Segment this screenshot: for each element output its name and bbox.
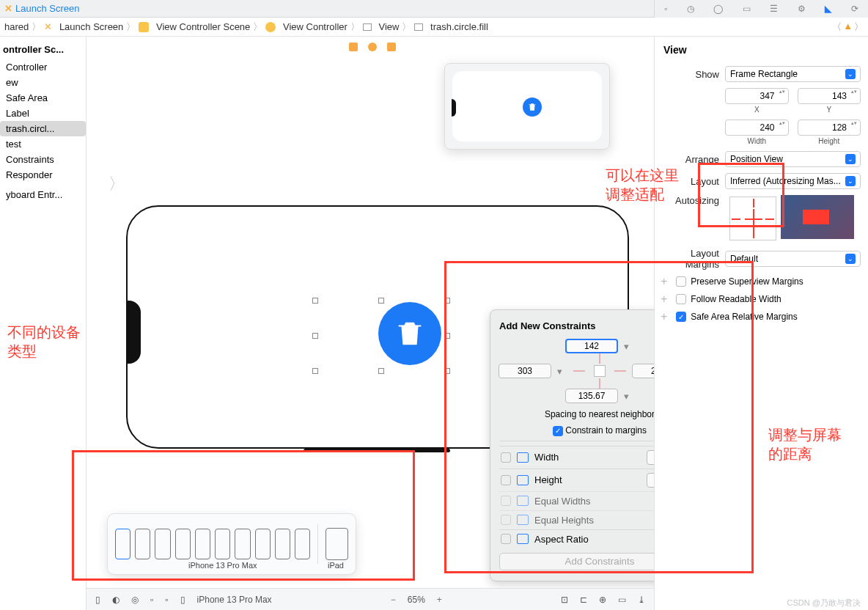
bc-4[interactable]: View [363,21,400,32]
help-icon[interactable]: ◯ [713,4,723,14]
dropdown-icon[interactable]: ▾ [557,366,567,377]
device-option[interactable] [235,529,250,559]
file-tab[interactable]: ✕ Launch Screen [4,3,79,14]
selection-handle[interactable] [378,298,384,304]
minimap-preview[interactable] [444,63,610,150]
checkbox-icon[interactable]: ✓ [553,426,563,436]
selection-handle[interactable] [312,333,318,339]
outline-item[interactable]: test [0,136,86,152]
preserve-margins-check[interactable]: +Preserve Superview Margins [655,273,868,290]
checkbox-icon[interactable] [501,496,511,506]
bc-next[interactable]: 〉 [854,21,864,34]
outline-item-selected[interactable]: trash.circl... [0,121,86,136]
outline-item[interactable]: ew [0,75,86,90]
vc-icon[interactable] [349,43,358,51]
size-icon[interactable]: ◣ [825,4,831,14]
pin-icon[interactable]: ⊏ [580,595,587,605]
outline-item[interactable]: yboard Entr... [0,187,86,202]
top-spacing-input[interactable] [565,339,618,353]
responder-icon[interactable] [368,43,377,51]
safe-area-margins-check[interactable]: +✓Safe Area Relative Margins [655,308,868,326]
device-name-label[interactable]: iPhone 13 Pro Max [197,595,272,605]
layout-select[interactable]: Inferred (Autoresizing Mas...⌄ [725,173,861,189]
device-option[interactable] [255,529,271,559]
bottom-spacing-input[interactable] [565,389,618,403]
variants-icon[interactable]: ◎ [131,595,139,605]
embed-icon[interactable]: ▭ [618,595,626,605]
plus-icon[interactable]: + [661,275,672,288]
exit-icon[interactable] [387,43,396,51]
checkbox-icon[interactable]: ✓ [676,312,686,322]
device-option[interactable] [175,529,191,559]
device-chooser-icon2[interactable]: ▯ [180,595,185,605]
device-option[interactable] [295,529,310,559]
bc-3[interactable]: View Controller [265,21,347,32]
left-spacing-input[interactable] [499,364,551,378]
margins-select[interactable]: Default⌄ [725,251,861,267]
update-frames-icon[interactable]: ⤓ [638,595,645,605]
checkbox-icon[interactable] [501,515,511,525]
selection-handle[interactable] [378,368,384,374]
device-option[interactable] [275,529,290,559]
xcode-icon: ✕ [4,3,12,14]
plus-icon[interactable]: + [661,310,672,323]
selection-handle[interactable] [444,368,450,374]
show-select[interactable]: Frame Rectangle⌄ [725,66,861,82]
history-icon[interactable]: ◷ [687,4,694,14]
selection-handle[interactable] [444,333,450,339]
resolve-icon[interactable]: ⊕ [599,595,606,605]
arrange-select[interactable]: Position View⌄ [725,151,861,167]
bc-5[interactable]: trash.circle.fill [414,21,488,32]
layout-icon[interactable]: ▫ [150,595,153,605]
plus-icon[interactable]: + [661,293,672,306]
zoom-minus-icon[interactable]: − [391,595,396,605]
dropdown-icon[interactable]: ▾ [624,341,634,352]
checkbox-icon[interactable] [501,452,511,463]
zoom-plus-icon[interactable]: + [437,595,442,605]
device-chooser-icon[interactable]: ▫ [165,595,168,605]
zoom-value[interactable]: 65% [408,595,425,605]
align-icon[interactable]: ⊡ [561,595,568,605]
bc-0[interactable]: hared [4,21,29,32]
bc-2[interactable]: View Controller Scene [139,21,250,32]
autosizing-control[interactable] [729,196,776,240]
stepper-icon[interactable]: ▴▾ [777,89,787,103]
attrs-icon[interactable]: ☰ [770,4,778,14]
outline-item[interactable]: Safe Area [0,90,86,106]
settings-icon[interactable]: ⚙ [798,4,806,14]
stepper-icon[interactable]: ▴▾ [777,120,787,135]
stepper-icon[interactable]: ▴▾ [849,89,859,103]
bc-1[interactable]: ✕ Launch Screen [44,21,123,32]
checkbox-icon[interactable] [676,276,686,287]
device-option[interactable] [135,529,150,559]
checkbox-icon[interactable] [676,294,686,304]
device-iphone-13-pro-max[interactable] [115,529,130,559]
checkbox-icon[interactable] [501,534,511,544]
connections-icon[interactable]: ⟳ [851,4,858,14]
dropdown-icon[interactable]: ▾ [624,391,634,402]
file-inspect-icon[interactable]: ▫ [664,4,667,14]
selection-handle[interactable] [312,298,318,304]
device-ipad[interactable] [326,528,348,560]
device-option[interactable] [155,529,170,559]
outline-item[interactable]: Constraints [0,152,86,167]
device-option[interactable] [195,529,210,559]
outline-item[interactable]: Controller [0,59,86,75]
bc-prev[interactable]: 〈 [832,21,842,34]
identity-icon[interactable]: ▭ [743,4,751,14]
appearance-icon[interactable]: ◐ [112,595,119,605]
outline-item[interactable]: Responder [0,167,86,183]
stepper-icon[interactable]: ▴▾ [849,120,859,135]
readable-width-check[interactable]: +Follow Readable Width [655,290,868,308]
trash-circle-imageview[interactable] [378,302,441,365]
interface-builder-canvas[interactable]: 〉 [87,37,654,610]
tab-title-label: Launch Screen [15,3,79,14]
autosizing-preview [781,195,854,239]
selection-handle[interactable] [312,368,318,374]
mini-notch [452,99,456,117]
orientation-icon[interactable]: ▯ [95,595,100,605]
outline-item[interactable]: Label [0,106,86,121]
checkbox-icon[interactable] [501,475,511,485]
selection-handle[interactable] [444,298,450,304]
device-option[interactable] [215,529,230,559]
